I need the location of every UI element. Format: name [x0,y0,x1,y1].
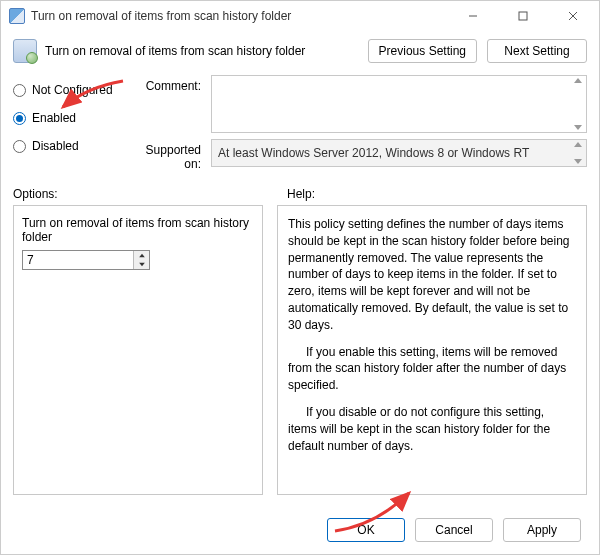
apply-button[interactable]: Apply [503,518,581,542]
radio-enabled[interactable]: Enabled [13,107,123,129]
help-panel: This policy setting defines the number o… [277,205,587,495]
radio-icon [13,112,26,125]
gpo-dialog: Turn on removal of items from scan histo… [0,0,600,555]
comment-label: Comment: [127,75,207,133]
chevron-up-icon [139,254,145,258]
radio-not-configured[interactable]: Not Configured [13,79,123,101]
header: Turn on removal of items from scan histo… [1,31,599,71]
supported-label: Supported on: [127,139,207,171]
spinner-buttons [133,251,149,269]
policy-icon [13,39,37,63]
options-label: Options: [13,187,263,201]
radio-label: Disabled [32,139,79,153]
comment-textarea[interactable] [211,75,587,133]
cancel-button[interactable]: Cancel [415,518,493,542]
help-paragraph: This policy setting defines the number o… [288,216,576,334]
days-value[interactable]: 7 [23,251,133,269]
svg-rect-1 [519,12,527,20]
scroll-indicator [572,78,584,130]
nav-buttons: Previous Setting Next Setting [368,39,587,63]
spinner-up-button[interactable] [134,251,149,260]
chevron-down-icon [574,159,582,164]
chevron-up-icon [574,78,582,83]
policy-title: Turn on removal of items from scan histo… [45,44,360,58]
chevron-down-icon [139,263,145,267]
radio-disabled[interactable]: Disabled [13,135,123,157]
option-setting-label: Turn on removal of items from scan histo… [22,216,254,244]
chevron-up-icon [574,142,582,147]
maximize-button[interactable] [501,2,545,30]
radio-label: Not Configured [32,83,113,97]
footer: OK Cancel Apply [1,504,599,554]
radio-icon [13,140,26,153]
help-paragraph: If you disable or do not configure this … [288,404,576,454]
panels: Turn on removal of items from scan histo… [1,205,599,504]
help-paragraph: If you enable this setting, items will b… [288,344,576,394]
days-spinner[interactable]: 7 [22,250,150,270]
config-area: Not Configured Enabled Disabled Comment:… [1,71,599,177]
close-button[interactable] [551,2,595,30]
app-icon [9,8,25,24]
radio-icon [13,84,26,97]
spinner-down-button[interactable] [134,260,149,269]
supported-box: At least Windows Server 2012, Windows 8 … [211,139,587,167]
state-radios: Not Configured Enabled Disabled [13,75,123,177]
previous-setting-button[interactable]: Previous Setting [368,39,477,63]
help-label: Help: [287,187,315,201]
window-title: Turn on removal of items from scan histo… [31,9,445,23]
panel-labels: Options: Help: [1,177,599,205]
supported-text: At least Windows Server 2012, Windows 8 … [218,146,529,160]
titlebar: Turn on removal of items from scan histo… [1,1,599,31]
ok-button[interactable]: OK [327,518,405,542]
minimize-button[interactable] [451,2,495,30]
options-panel: Turn on removal of items from scan histo… [13,205,263,495]
next-setting-button[interactable]: Next Setting [487,39,587,63]
chevron-down-icon [574,125,582,130]
radio-label: Enabled [32,111,76,125]
scroll-indicator [572,142,584,164]
